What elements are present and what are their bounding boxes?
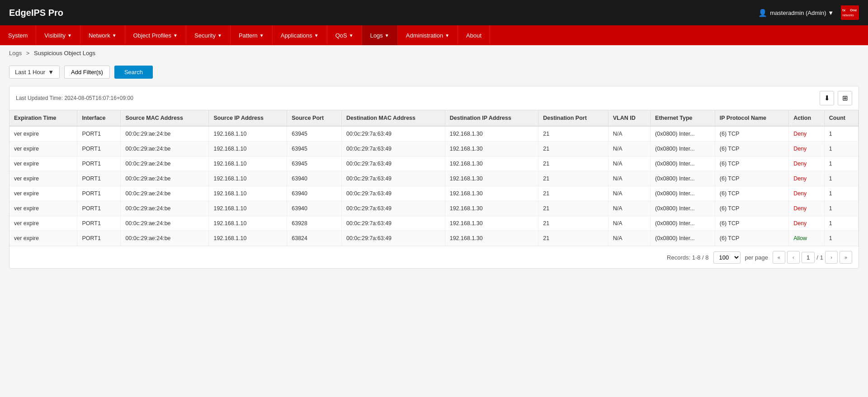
table-row[interactable]: ver expire PORT1 00:0c:29:ae:24:be 192.1…	[9, 156, 859, 171]
next-page-icon: ›	[830, 255, 832, 260]
cell-src-mac: 00:0c:29:ae:24:be	[121, 126, 209, 142]
cell-src-mac: 00:0c:29:ae:24:be	[121, 171, 209, 186]
cell-count: 1	[824, 186, 858, 201]
nav-item-network[interactable]: Network ▼	[80, 25, 125, 45]
next-page-button[interactable]: ›	[825, 251, 838, 264]
cell-action: Deny	[789, 216, 825, 231]
cell-count: 1	[824, 231, 858, 246]
logs-chevron-icon: ▼	[385, 33, 389, 38]
nav-system-label: System	[8, 32, 28, 39]
table-row[interactable]: ver expire PORT1 00:0c:29:ae:24:be 192.1…	[9, 216, 859, 231]
cell-expiration-time: ver expire	[9, 156, 77, 171]
nav-network-label: Network	[89, 32, 110, 39]
cell-dst-ip: 192.168.1.30	[445, 201, 538, 216]
cell-src-ip: 192.168.1.10	[209, 201, 287, 216]
cell-expiration-time: ver expire	[9, 142, 77, 156]
cell-dst-mac: 00:0c:29:7a:63:49	[341, 156, 445, 171]
prev-page-icon: ‹	[793, 255, 794, 260]
nav-item-object-profiles[interactable]: Object Profiles ▼	[125, 25, 186, 45]
breadcrumb-parent-link[interactable]: Logs	[9, 50, 22, 57]
svg-text:One: One	[850, 8, 857, 12]
cell-dst-port: 21	[538, 201, 609, 216]
cell-count: 1	[824, 216, 858, 231]
nav-item-system[interactable]: System	[0, 25, 36, 45]
cell-src-port: 63928	[287, 216, 342, 231]
cell-src-ip: 192.168.1.10	[209, 171, 287, 186]
cell-dst-mac: 00:0c:29:7a:63:49	[341, 216, 445, 231]
header-right: 👤 masteradmin (Admin) ▼ tx One networks	[758, 5, 859, 21]
svg-text:networks: networks	[842, 14, 854, 17]
applications-chevron-icon: ▼	[314, 33, 319, 38]
search-button[interactable]: Search	[114, 66, 153, 79]
time-range-dropdown[interactable]: Last 1 Hour ▼	[9, 66, 60, 79]
table-body: ver expire PORT1 00:0c:29:ae:24:be 192.1…	[9, 126, 859, 246]
svg-rect-0	[841, 5, 859, 20]
download-button[interactable]: ⬇	[820, 91, 834, 105]
prev-page-button[interactable]: ‹	[787, 251, 800, 264]
col-header-src-port: Source Port	[287, 110, 342, 126]
col-header-vlan-id: VLAN ID	[608, 110, 650, 126]
txone-logo: tx One networks	[841, 5, 859, 21]
cell-dst-port: 21	[538, 231, 609, 246]
time-range-chevron-icon: ▼	[48, 69, 54, 76]
cell-action: Deny	[789, 186, 825, 201]
nav-applications-label: Applications	[281, 32, 312, 39]
nav-item-pattern[interactable]: Pattern ▼	[231, 25, 273, 45]
table-actions: ⬇ ⊞	[820, 91, 852, 105]
cell-dst-mac: 00:0c:29:7a:63:49	[341, 186, 445, 201]
col-header-ip-proto: IP Protocol Name	[715, 110, 788, 126]
col-header-dst-port: Destination Port	[538, 110, 609, 126]
cell-dst-ip: 192.168.1.30	[445, 156, 538, 171]
cell-src-mac: 00:0c:29:ae:24:be	[121, 216, 209, 231]
download-icon: ⬇	[824, 94, 830, 102]
user-info[interactable]: 👤 masteradmin (Admin) ▼	[758, 9, 834, 17]
cell-vlan-id: N/A	[608, 156, 650, 171]
table-row[interactable]: ver expire PORT1 00:0c:29:ae:24:be 192.1…	[9, 186, 859, 201]
breadcrumb: Logs > Suspicious Object Logs	[0, 45, 868, 61]
cell-src-ip: 192.168.1.10	[209, 231, 287, 246]
col-header-dst-mac: Destination MAC Address	[341, 110, 445, 126]
nav-visibility-label: Visibility	[44, 32, 66, 39]
cell-dst-port: 21	[538, 142, 609, 156]
nav-item-security[interactable]: Security ▼	[186, 25, 231, 45]
cell-action: Deny	[789, 201, 825, 216]
first-page-button[interactable]: «	[773, 251, 785, 264]
cell-eth-type: (0x0800) Inter...	[651, 186, 715, 201]
cell-src-mac: 00:0c:29:ae:24:be	[121, 142, 209, 156]
cell-interface: PORT1	[77, 186, 121, 201]
col-header-src-ip: Source IP Address	[209, 110, 287, 126]
cell-dst-port: 21	[538, 126, 609, 142]
table-row[interactable]: ver expire PORT1 00:0c:29:ae:24:be 192.1…	[9, 201, 859, 216]
cell-count: 1	[824, 142, 858, 156]
cell-src-port: 63940	[287, 201, 342, 216]
per-page-select[interactable]: 100 50 25	[713, 251, 741, 264]
table-row[interactable]: ver expire PORT1 00:0c:29:ae:24:be 192.1…	[9, 231, 859, 246]
nav-item-qos[interactable]: QoS ▼	[327, 25, 362, 45]
table-row[interactable]: ver expire PORT1 00:0c:29:ae:24:be 192.1…	[9, 142, 859, 156]
nav-administration-label: Administration	[406, 32, 443, 39]
nav-bar: System Visibility ▼ Network ▼ Object Pro…	[0, 25, 868, 45]
nav-item-applications[interactable]: Applications ▼	[273, 25, 327, 45]
cell-ip-proto: (6) TCP	[715, 142, 788, 156]
nav-item-logs[interactable]: Logs ▼	[362, 25, 398, 45]
cell-interface: PORT1	[77, 142, 121, 156]
nav-item-administration[interactable]: Administration ▼	[398, 25, 458, 45]
columns-button[interactable]: ⊞	[838, 91, 852, 105]
columns-icon: ⊞	[842, 94, 848, 102]
cell-dst-mac: 00:0c:29:7a:63:49	[341, 201, 445, 216]
table-container: Last Updated Time: 2024-08-05T16:07:16+0…	[9, 86, 859, 269]
cell-vlan-id: N/A	[608, 201, 650, 216]
cell-vlan-id: N/A	[608, 142, 650, 156]
cell-dst-port: 21	[538, 156, 609, 171]
nav-item-visibility[interactable]: Visibility ▼	[36, 25, 80, 45]
table-row[interactable]: ver expire PORT1 00:0c:29:ae:24:be 192.1…	[9, 126, 859, 142]
add-filter-button[interactable]: Add Filter(s)	[64, 66, 110, 79]
nav-item-about[interactable]: About	[458, 25, 490, 45]
last-page-button[interactable]: »	[840, 251, 852, 264]
table-row[interactable]: ver expire PORT1 00:0c:29:ae:24:be 192.1…	[9, 171, 859, 186]
cell-dst-mac: 00:0c:29:7a:63:49	[341, 126, 445, 142]
cell-dst-ip: 192.168.1.30	[445, 216, 538, 231]
col-header-expiration-time: Expiration Time	[9, 110, 77, 126]
app-title: EdgeIPS Pro	[9, 8, 63, 18]
cell-interface: PORT1	[77, 126, 121, 142]
